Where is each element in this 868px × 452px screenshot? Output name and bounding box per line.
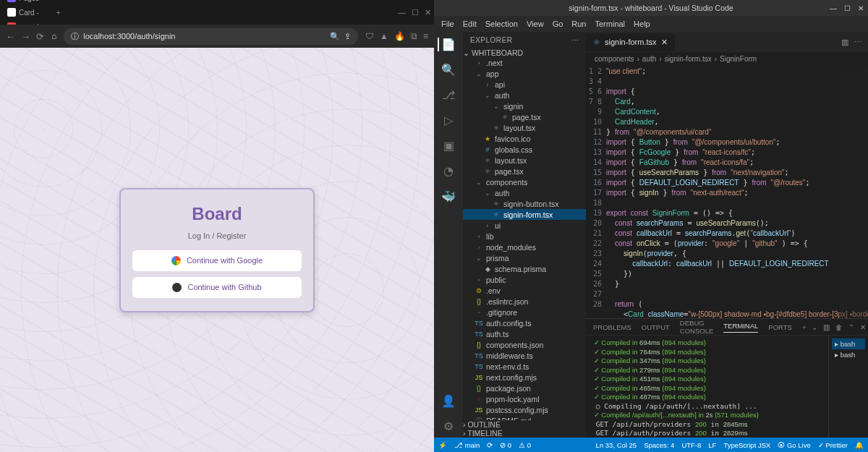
panel-tab-ports[interactable]: PORTS bbox=[768, 323, 792, 331]
shield-icon[interactable]: 🛡 bbox=[365, 31, 374, 41]
menu-selection[interactable]: Selection bbox=[485, 20, 518, 28]
nav-forward-icon[interactable]: → bbox=[21, 31, 30, 42]
file-tree-item[interactable]: {}components.json bbox=[463, 339, 586, 350]
file-tree-item[interactable]: JSpostcss.config.mjs bbox=[463, 404, 586, 415]
file-tree-item[interactable]: ⚛page.tsx bbox=[463, 166, 586, 176]
vs-minimize-icon[interactable]: — bbox=[830, 4, 837, 12]
explorer-icon[interactable]: 📄 bbox=[438, 38, 456, 51]
source-control-icon[interactable]: ⎇ bbox=[442, 88, 455, 102]
file-tree-item[interactable]: ⚛layout.tsx bbox=[463, 155, 586, 166]
account-icon[interactable]: 👤 bbox=[441, 394, 456, 408]
breadcrumb[interactable]: components › auth › signin-form.tsx › Si… bbox=[586, 52, 868, 65]
file-tree-item[interactable]: ⌄auth bbox=[463, 187, 586, 198]
file-tree-item[interactable]: {}.eslintrc.json bbox=[463, 296, 586, 307]
code-editor[interactable]: 1 2 3 4 5 6 7 8 9 10 11 12 13 14 15 16 1… bbox=[586, 65, 868, 318]
file-tree-item[interactable]: TSauth.config.ts bbox=[463, 317, 586, 328]
file-tree-item[interactable]: ⓘREADME.md bbox=[463, 415, 586, 420]
file-tree-item[interactable]: #globals.css bbox=[463, 144, 586, 155]
extensions-icon[interactable]: ▲ bbox=[380, 31, 388, 41]
panel-tab-debug-console[interactable]: DEBUG CONSOLE bbox=[680, 319, 713, 335]
file-tree-item[interactable]: !pnpm-lock.yaml bbox=[463, 393, 586, 404]
menu-help[interactable]: Help bbox=[634, 20, 650, 28]
terminal-instance[interactable]: ▸ bash bbox=[832, 338, 865, 349]
nav-back-icon[interactable]: ← bbox=[6, 31, 15, 42]
nav-home-icon[interactable]: ⌂ bbox=[51, 31, 56, 41]
panel-tab-terminal[interactable]: TERMINAL bbox=[723, 322, 758, 333]
warnings-indicator[interactable]: ⚠ 0 bbox=[519, 441, 531, 449]
file-tree-item[interactable]: ›api bbox=[463, 79, 586, 90]
split-terminal-icon[interactable]: ▥ bbox=[823, 323, 830, 331]
share-icon[interactable]: ⇪ bbox=[344, 32, 351, 41]
remote-indicator[interactable]: ⚡ bbox=[438, 441, 447, 449]
split-editor-icon[interactable]: ▥ bbox=[841, 38, 848, 47]
file-tree-item[interactable]: ›public bbox=[463, 274, 586, 285]
nav-reload-icon[interactable]: ⟳ bbox=[36, 31, 44, 42]
indentation[interactable]: Spaces: 4 bbox=[644, 441, 674, 449]
run-debug-icon[interactable]: ▷ bbox=[444, 114, 453, 127]
explorer-more-icon[interactable]: ⋯ bbox=[571, 36, 579, 44]
language-mode[interactable]: TypeScript JSX bbox=[723, 441, 770, 449]
file-tree-item[interactable]: ◦.gitignore bbox=[463, 307, 586, 317]
vs-close-icon[interactable]: ✕ bbox=[858, 4, 864, 12]
file-tree-item[interactable]: ⌄signin bbox=[463, 101, 586, 111]
menu-icon[interactable]: ≡ bbox=[423, 31, 428, 41]
terminal-instance[interactable]: ▸ bash bbox=[832, 349, 865, 360]
file-tree-item[interactable]: ★favicon.ico bbox=[463, 133, 586, 144]
flame-icon[interactable]: 🔥 bbox=[394, 31, 405, 41]
vs-maximize-icon[interactable]: ☐ bbox=[844, 4, 851, 12]
search-icon[interactable]: 🔍 bbox=[441, 63, 456, 77]
menu-edit[interactable]: Edit bbox=[463, 20, 477, 28]
file-tree-item[interactable]: ⚛page.tsx bbox=[463, 111, 586, 122]
menu-file[interactable]: File bbox=[441, 20, 454, 28]
file-tree-item[interactable]: ›lib bbox=[463, 231, 586, 242]
file-tree-item[interactable]: ◆schema.prisma bbox=[463, 263, 586, 274]
browser-tab[interactable]: Pages bbox=[3, 0, 50, 5]
file-tree-item[interactable]: ›ui bbox=[463, 220, 586, 231]
settings-icon[interactable]: ⚙ bbox=[443, 419, 454, 433]
timeline-section[interactable]: › TIMELINE bbox=[463, 429, 586, 438]
errors-indicator[interactable]: ⊘ 0 bbox=[500, 441, 511, 449]
menu-terminal[interactable]: Terminal bbox=[595, 20, 626, 28]
git-sync-icon[interactable]: ⟳ bbox=[487, 441, 493, 449]
outline-section[interactable]: › OUTLINE bbox=[463, 420, 586, 429]
browser-tab[interactable]: Card - bbox=[3, 5, 50, 20]
kill-terminal-icon[interactable]: 🗑 bbox=[835, 323, 843, 331]
file-tree-item[interactable]: ⌄app bbox=[463, 68, 586, 79]
terminal[interactable]: ✓ Compiled in 694ms (894 modules) ✓ Comp… bbox=[586, 336, 828, 452]
zoom-icon[interactable]: 🔍 bbox=[330, 32, 340, 41]
site-info-icon[interactable]: ⓘ bbox=[71, 31, 79, 42]
go-live[interactable]: ⦿ Go Live bbox=[778, 441, 810, 449]
terminal-dropdown-icon[interactable]: ⌄ bbox=[812, 323, 817, 331]
file-tree-item[interactable]: ⚛signin-button.tsx bbox=[463, 198, 586, 209]
address-bar[interactable]: ⓘ localhost:3000/auth/signin 🔍 ⇪ bbox=[64, 28, 358, 45]
notifications-icon[interactable]: 🔔 bbox=[855, 441, 864, 449]
continue-google-button[interactable]: Continue with Google bbox=[132, 250, 302, 271]
file-tree-item[interactable]: TSmiddleware.ts bbox=[463, 350, 586, 361]
encoding[interactable]: UTF-8 bbox=[681, 441, 701, 449]
tab-close-icon[interactable]: ✕ bbox=[661, 38, 668, 47]
window-minimize-icon[interactable]: — bbox=[398, 8, 406, 17]
file-tree-item[interactable]: ⚛layout.tsx bbox=[463, 122, 586, 133]
file-tree-item[interactable]: TSauth.ts bbox=[463, 328, 586, 339]
menu-run[interactable]: Run bbox=[571, 20, 586, 28]
menu-view[interactable]: View bbox=[527, 20, 544, 28]
panel-tab-problems[interactable]: PROBLEMS bbox=[593, 323, 631, 331]
file-tree-item[interactable]: {}package.json bbox=[463, 383, 586, 393]
prettier-status[interactable]: ✓ Prettier bbox=[818, 441, 848, 449]
close-panel-icon[interactable]: ✕ bbox=[860, 323, 866, 331]
editor-more-icon[interactable]: ⋯ bbox=[854, 38, 862, 47]
file-tree-item[interactable]: ⚙.env bbox=[463, 285, 586, 296]
menu-go[interactable]: Go bbox=[553, 20, 563, 28]
continue-github-button[interactable]: Continue with Github bbox=[132, 277, 302, 298]
window-maximize-icon[interactable]: ☐ bbox=[412, 8, 419, 17]
minimap[interactable] bbox=[839, 65, 868, 318]
extensions-icon[interactable]: ▣ bbox=[443, 139, 454, 153]
file-tree-item[interactable]: ⌄components bbox=[463, 176, 586, 187]
file-tree-item[interactable]: ⚛signin-form.tsx bbox=[463, 209, 586, 220]
file-tree-item[interactable]: ›.next bbox=[463, 57, 586, 68]
window-close-icon[interactable]: ✕ bbox=[425, 8, 431, 17]
git-branch[interactable]: ⎇ main bbox=[454, 441, 480, 449]
editor-tab[interactable]: ⚛ signin-form.tsx ✕ bbox=[586, 33, 675, 51]
file-tree-item[interactable]: TSnext-env.d.ts bbox=[463, 361, 586, 372]
cursor-position[interactable]: Ln 33, Col 25 bbox=[596, 441, 637, 449]
